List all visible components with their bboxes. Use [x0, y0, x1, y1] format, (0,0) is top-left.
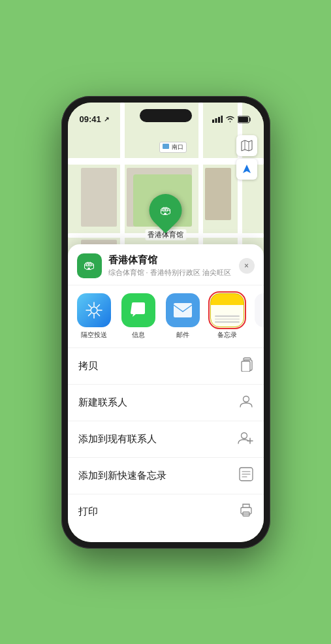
wifi-icon	[225, 116, 235, 123]
airdrop-svg	[85, 301, 103, 319]
close-icon: ×	[244, 261, 249, 270]
action-add-contact-label: 添加到现有联系人	[78, 433, 157, 445]
messages-icon	[121, 293, 155, 327]
venue-info: 香港体育馆 综合体育馆 · 香港特别行政区 油尖旺区	[108, 254, 232, 278]
note-line-1	[215, 315, 240, 317]
action-row-new-contact[interactable]: 新建联系人	[68, 385, 264, 421]
new-contact-svg	[239, 394, 253, 408]
print-svg	[239, 504, 253, 517]
map-icon	[241, 140, 253, 152]
share-item-more[interactable]: 提	[255, 293, 264, 340]
location-button[interactable]	[236, 159, 257, 180]
more-icon	[255, 293, 264, 327]
action-quick-note-label: 添加到新快速备忘录	[78, 470, 166, 482]
new-contact-icon	[239, 394, 253, 411]
map-controls	[236, 135, 257, 182]
map-label-text: 南口	[172, 144, 183, 150]
map-type-button[interactable]	[236, 135, 257, 156]
pin-icon-shape: 🏟	[142, 187, 189, 233]
svg-rect-1	[215, 118, 217, 123]
svg-point-11	[241, 432, 247, 438]
location-pin: 🏟 香港体育馆	[145, 194, 186, 240]
phone-screen: 09:41 ↗	[68, 103, 264, 542]
add-contact-icon	[238, 430, 253, 448]
svg-rect-0	[212, 120, 214, 123]
venue-description: 综合体育馆 · 香港特别行政区 油尖旺区	[108, 268, 232, 278]
bottom-sheet: 🏟 香港体育馆 综合体育馆 · 香港特别行政区 油尖旺区 ×	[68, 244, 264, 542]
quick-note-icon	[239, 467, 253, 485]
airdrop-icon	[77, 293, 111, 327]
note-line-3	[215, 321, 240, 323]
phone-frame: 09:41 ↗	[61, 96, 270, 549]
action-row-add-contact[interactable]: 添加到现有联系人	[68, 421, 264, 458]
action-row-print[interactable]: 打印	[68, 494, 264, 529]
time-display: 09:41	[80, 114, 101, 124]
notes-lines	[215, 315, 240, 323]
action-row-copy[interactable]: 拷贝	[68, 348, 264, 385]
svg-point-6	[91, 307, 97, 314]
share-item-airdrop[interactable]: 隔空投送	[77, 293, 111, 340]
location-arrow-icon: ↗	[104, 116, 109, 123]
signal-icon	[212, 116, 223, 123]
mail-svg	[173, 302, 193, 318]
status-time: 09:41 ↗	[80, 114, 109, 124]
map-building	[81, 168, 117, 227]
share-row: 隔空投送 信息	[68, 285, 264, 348]
svg-point-10	[243, 396, 249, 402]
svg-rect-7	[174, 303, 192, 317]
quick-note-svg	[239, 467, 253, 481]
copy-svg	[240, 357, 253, 372]
svg-rect-9	[242, 361, 250, 372]
share-item-messages[interactable]: 信息	[121, 293, 155, 340]
action-copy-label: 拷贝	[78, 360, 98, 372]
print-icon	[239, 504, 253, 520]
svg-rect-2	[218, 117, 220, 123]
copy-icon	[240, 357, 253, 375]
mail-label: 邮件	[176, 330, 189, 340]
action-new-contact-label: 新建联系人	[78, 396, 127, 409]
svg-rect-5	[238, 117, 248, 122]
dynamic-island	[140, 109, 192, 122]
messages-label: 信息	[132, 330, 145, 340]
venue-icon-symbol: 🏟	[160, 203, 172, 217]
note-line-2	[215, 319, 240, 320]
venue-header: 🏟 香港体育馆 综合体育馆 · 香港特别行政区 油尖旺区 ×	[68, 244, 264, 285]
messages-svg	[129, 301, 148, 319]
status-icons	[212, 116, 252, 123]
battery-icon	[238, 116, 252, 123]
close-button[interactable]: ×	[239, 258, 255, 274]
airdrop-label: 隔空投送	[81, 330, 107, 340]
action-row-quick-note[interactable]: 添加到新快速备忘录	[68, 458, 264, 494]
map-building	[205, 168, 231, 220]
map-road	[68, 158, 264, 165]
notes-icon	[210, 293, 244, 327]
venue-name: 香港体育馆	[108, 254, 232, 266]
svg-rect-3	[221, 116, 223, 123]
notes-label: 备忘录	[217, 330, 237, 340]
venue-icon: 🏟	[77, 253, 102, 278]
location-arrow-icon	[242, 164, 252, 174]
map-label: 南口	[159, 142, 187, 153]
mail-icon	[166, 293, 200, 327]
action-print-label: 打印	[78, 506, 98, 518]
add-contact-svg	[238, 430, 253, 445]
share-item-notes[interactable]: 备忘录	[210, 293, 244, 340]
share-item-mail[interactable]: 邮件	[166, 293, 200, 340]
